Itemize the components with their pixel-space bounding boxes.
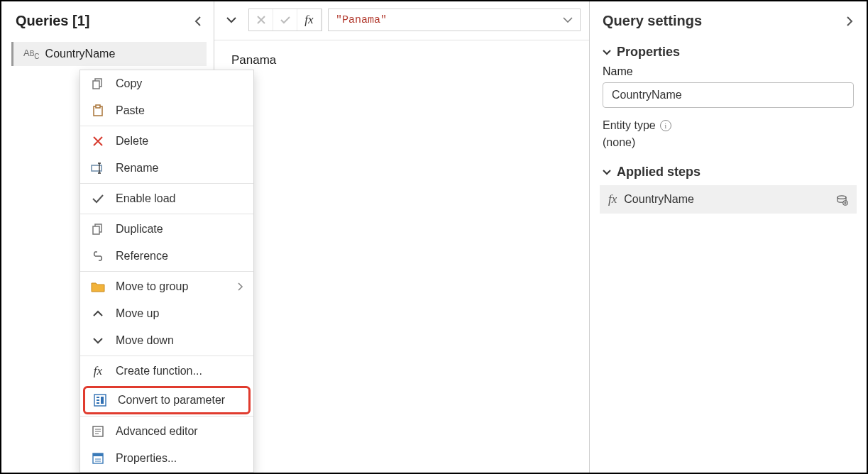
menu-separator [80,183,253,184]
formula-text: "Panama" [336,14,387,26]
text-type-icon: ABC [23,48,40,60]
svg-rect-3 [96,105,100,108]
menu-convert-label: Convert to parameter [118,394,241,407]
menu-create-function[interactable]: fx Create function... [80,358,253,385]
rename-icon [90,160,106,176]
svg-rect-11 [101,397,104,404]
settings-title: Query settings [603,13,702,29]
menu-properties[interactable]: Properties... [80,445,253,472]
properties-section[interactable]: Properties [590,42,867,65]
duplicate-icon [90,221,106,237]
menu-convert-to-parameter[interactable]: Convert to parameter [85,388,248,412]
svg-rect-10 [97,402,99,404]
chevron-down-icon [90,333,106,348]
svg-rect-4 [92,165,101,171]
menu-properties-label: Properties... [116,452,243,465]
menu-convert-highlight: Convert to parameter [83,386,251,414]
advanced-editor-icon [90,424,106,439]
svg-rect-7 [94,395,106,406]
applied-steps-section[interactable]: Applied steps [590,162,867,185]
properties-icon [90,451,106,466]
menu-delete[interactable]: Delete [80,128,253,155]
menu-move-to-group-label: Move to group [116,280,228,293]
menu-reference-label: Reference [116,250,243,263]
query-context-menu: Copy Paste Delete Rename Enable lo [79,70,254,473]
fx-icon: fx [608,192,617,206]
reference-icon [90,248,106,264]
expand-settings-icon[interactable] [845,16,854,26]
svg-rect-8 [97,397,99,398]
menu-rename-label: Rename [116,162,243,175]
checkmark-icon [90,191,106,206]
menu-move-up[interactable]: Move up [80,300,253,327]
entity-type-row: Entity type i [590,118,867,136]
menu-move-down[interactable]: Move down [80,327,253,354]
menu-reference[interactable]: Reference [80,243,253,270]
parameter-icon [92,392,108,408]
settings-header: Query settings [590,9,867,42]
menu-move-up-label: Move up [116,307,243,320]
menu-delete-label: Delete [116,135,243,148]
folder-icon [90,279,106,294]
svg-rect-1 [93,81,99,89]
expand-preview-icon[interactable] [220,16,243,23]
menu-enable-load-label: Enable load [116,192,243,205]
menu-advanced-editor[interactable]: Advanced editor [80,418,253,445]
svg-rect-14 [93,453,103,456]
menu-create-function-label: Create function... [116,365,243,377]
collapse-queries-icon[interactable] [194,16,202,26]
formula-dropdown-icon[interactable] [563,17,573,23]
svg-rect-6 [93,226,99,234]
menu-move-to-group[interactable]: Move to group [80,273,253,300]
menu-paste[interactable]: Paste [80,97,253,124]
formula-bar: fx "Panama" [214,1,589,40]
menu-separator [80,214,253,214]
chevron-down-icon [603,50,611,55]
name-label: Name [590,65,867,82]
menu-separator [80,356,253,356]
menu-separator [80,271,253,272]
menu-advanced-label: Advanced editor [116,425,243,438]
menu-paste-label: Paste [116,104,243,117]
info-icon[interactable]: i [660,120,671,131]
applied-steps-label: Applied steps [617,165,701,180]
menu-duplicate-label: Duplicate [116,223,243,236]
menu-separator [80,126,253,126]
delete-icon [90,133,106,149]
entity-type-label: Entity type [603,119,656,132]
chevron-down-icon [603,170,611,175]
svg-point-15 [837,196,846,199]
paste-icon [90,103,106,118]
name-input[interactable]: CountryName [603,82,854,108]
query-item-countryname[interactable]: ABC CountryName [11,42,207,66]
query-item-label: CountryName [45,48,116,60]
step-settings-icon[interactable] [835,193,848,206]
menu-enable-load[interactable]: Enable load [80,185,253,212]
menu-copy[interactable]: Copy [80,70,253,97]
step-item-countryname[interactable]: fx CountryName [600,185,857,214]
fx-icon: fx [90,363,106,379]
commit-formula-icon[interactable] [273,9,297,31]
cancel-formula-icon[interactable] [249,9,273,31]
center-panel: fx "Panama" Panama [214,1,590,473]
queries-header: Queries [1] [1,9,214,40]
menu-rename[interactable]: Rename [80,155,253,182]
menu-move-down-label: Move down [116,334,243,347]
svg-rect-9 [97,399,99,401]
menu-copy-label: Copy [116,77,243,90]
properties-label: Properties [617,45,680,60]
queries-panel: Queries [1] ABC CountryName Copy Paste D… [1,1,214,473]
formula-actions: fx [248,9,322,31]
menu-duplicate[interactable]: Duplicate [80,216,253,243]
fx-icon[interactable]: fx [297,9,322,31]
preview-value: Panama [214,40,589,80]
formula-input[interactable]: "Panama" [328,9,581,31]
query-settings-panel: Query settings Properties Name CountryNa… [590,1,867,473]
applied-steps-list: fx CountryName [590,185,867,214]
chevron-right-icon [238,282,243,291]
step-label: CountryName [624,193,694,206]
copy-icon [90,76,106,92]
entity-type-value: (none) [590,136,867,162]
menu-separator [80,416,253,417]
name-value: CountryName [612,89,682,101]
